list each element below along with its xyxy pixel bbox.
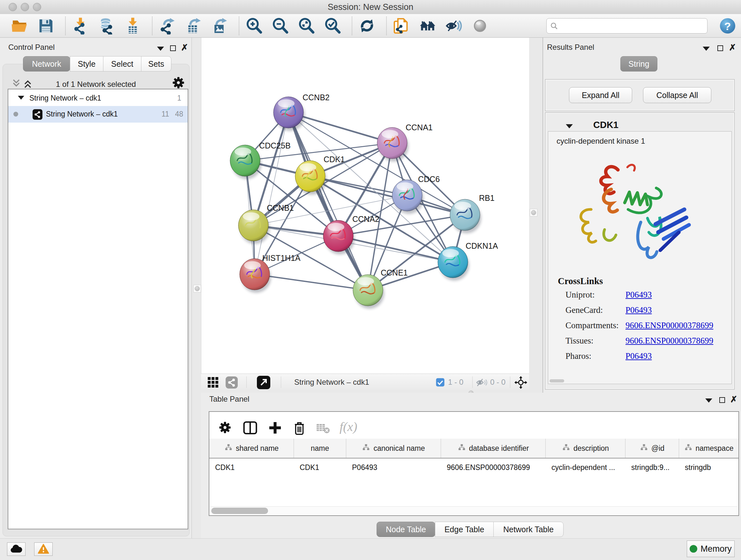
node-highlight	[382, 130, 398, 138]
detach-view-icon[interactable]	[257, 375, 271, 389]
table-cell[interactable]: cyclin-dependent ...	[546, 458, 625, 476]
close-panel-icon[interactable]: ✗	[729, 44, 736, 52]
string-sphere-icon[interactable]	[471, 17, 489, 35]
zoom-selected-icon[interactable]	[324, 17, 341, 35]
apply-layout-icon[interactable]	[358, 17, 376, 35]
birds-eye-view-icon[interactable]	[207, 377, 219, 388]
table-cell[interactable]: 9606.ENSP00000378699	[441, 458, 546, 476]
show-columns-icon[interactable]	[243, 421, 257, 435]
table-cell[interactable]: P06493	[346, 458, 441, 476]
export-image-icon[interactable]	[211, 17, 228, 35]
memory-status-dot	[690, 545, 697, 553]
tab-select[interactable]: Select	[103, 56, 141, 71]
column-header-namespace[interactable]: namespace	[679, 439, 738, 458]
zoom-out-icon[interactable]	[271, 17, 289, 35]
column-header-name[interactable]: name	[294, 439, 346, 458]
search-box[interactable]	[546, 18, 708, 34]
search-icon	[550, 22, 559, 30]
collapse-panel-icon[interactable]	[157, 47, 164, 51]
import-table-icon[interactable]	[124, 17, 142, 35]
import-network-icon[interactable]	[71, 17, 89, 35]
memory-button[interactable]: Memory	[687, 541, 735, 557]
string-homes-icon[interactable]	[419, 17, 436, 35]
import-database-icon[interactable]	[98, 17, 116, 35]
table-cell[interactable]: CDK1	[294, 458, 346, 476]
save-session-icon[interactable]	[37, 17, 55, 35]
network-edge[interactable]	[288, 112, 368, 290]
tab-node-table[interactable]: Node Table	[377, 522, 435, 537]
network-collection-row[interactable]: String Network – cdk1 1	[8, 91, 188, 107]
crosslink-link[interactable]: P06493	[625, 351, 652, 361]
table-options-gear-icon[interactable]	[218, 421, 232, 434]
export-table-icon[interactable]	[185, 17, 202, 35]
column-label: shared name	[236, 444, 279, 453]
table-cell[interactable]: stringdb:9...	[625, 458, 679, 476]
tab-network-table[interactable]: Network Table	[493, 522, 563, 537]
application-window: Session: New Session ? Control Panel ✗ N…	[0, 0, 741, 560]
column-header-databaseidentifier[interactable]: database identifier	[441, 439, 546, 458]
tab-network[interactable]: Network	[23, 56, 70, 71]
search-input[interactable]	[561, 19, 704, 33]
tab-edge-table[interactable]: Edge Table	[435, 522, 494, 537]
results-panel-title: Results Panel	[547, 43, 594, 52]
close-panel-icon[interactable]: ✗	[730, 395, 738, 404]
collapse-all-button[interactable]: Collapse All	[643, 87, 711, 103]
close-panel-icon[interactable]: ✗	[181, 44, 188, 52]
crosslink-link[interactable]: 9606.ENSP00000378699	[625, 336, 713, 346]
expand-all-button[interactable]: Expand All	[569, 87, 632, 103]
help-button[interactable]: ?	[720, 18, 735, 34]
float-panel-icon[interactable]	[170, 45, 176, 51]
float-panel-icon[interactable]	[718, 45, 723, 51]
column-header-description[interactable]: description	[546, 439, 625, 458]
tab-style[interactable]: Style	[70, 56, 104, 71]
mini-scrollbar-thumb[interactable]	[549, 379, 564, 382]
network-row[interactable]: String Network – cdk1 11 48	[8, 106, 188, 123]
tab-sets[interactable]: Sets	[141, 56, 172, 71]
column-header-id[interactable]: @id	[625, 439, 679, 458]
shared-column-icon	[362, 444, 370, 453]
tab-string[interactable]: String	[620, 56, 657, 71]
network-edge[interactable]	[255, 274, 368, 290]
toolbar-separator	[352, 17, 352, 35]
zoom-in-icon[interactable]	[245, 17, 263, 35]
title-bar: Session: New Session	[0, 0, 741, 14]
float-panel-icon[interactable]	[719, 397, 725, 403]
selected-nodes-checkbox-icon[interactable]	[436, 378, 445, 387]
string-eye-icon[interactable]	[445, 17, 463, 35]
network-canvas[interactable]: CCNB2CCNA1CDC25BCDK1CDC6RB1CCNB1CCNA2CDK…	[201, 38, 529, 374]
crosslink-link[interactable]: P06493	[625, 290, 652, 300]
open-session-icon[interactable]	[11, 17, 29, 35]
crosslink-link[interactable]: P06493	[625, 305, 652, 315]
crosslink-link[interactable]: 9606.ENSP00000378699	[625, 320, 713, 330]
network-edge[interactable]	[310, 176, 465, 215]
collection-disclosure-icon[interactable]	[18, 96, 24, 100]
table-horizontal-scrollbar[interactable]	[210, 506, 738, 515]
hidden-eye-slash-icon	[476, 378, 488, 387]
left-splitter-handle[interactable]	[193, 285, 201, 293]
collapse-panel-icon[interactable]	[703, 47, 710, 51]
gene-description: cyclin-dependent kinase 1	[556, 137, 645, 145]
string-pages-icon[interactable]	[393, 17, 410, 35]
delete-column-trash-icon[interactable]	[292, 421, 307, 435]
column-header-sharedname[interactable]: shared name	[209, 439, 294, 458]
cloud-status-icon[interactable]	[7, 543, 25, 556]
table-cell[interactable]: CDK1	[209, 458, 294, 476]
column-label: namespace	[696, 444, 734, 453]
table-row[interactable]: CDK1CDK1P064939606.ENSP00000378699cyclin…	[209, 458, 738, 476]
export-network-icon[interactable]	[158, 17, 176, 35]
add-column-icon[interactable]	[268, 421, 282, 435]
graphics-details-icon[interactable]	[225, 376, 238, 389]
table-cell[interactable]: stringdb	[679, 458, 738, 476]
network-edge[interactable]	[255, 112, 288, 274]
section-disclosure-icon[interactable]	[566, 124, 573, 128]
warning-status-icon[interactable]	[34, 543, 53, 556]
zoom-fit-icon[interactable]	[297, 17, 315, 35]
node-highlight	[244, 261, 261, 269]
column-header-canonicalname[interactable]: canonical name	[346, 439, 441, 458]
scrollbar-thumb[interactable]	[211, 508, 268, 514]
right-splitter-handle[interactable]	[530, 209, 537, 216]
node-highlight	[300, 163, 316, 172]
fit-content-crosshair-icon[interactable]	[515, 376, 527, 389]
collapse-panel-icon[interactable]	[705, 398, 712, 402]
network-edge[interactable]	[338, 236, 453, 262]
